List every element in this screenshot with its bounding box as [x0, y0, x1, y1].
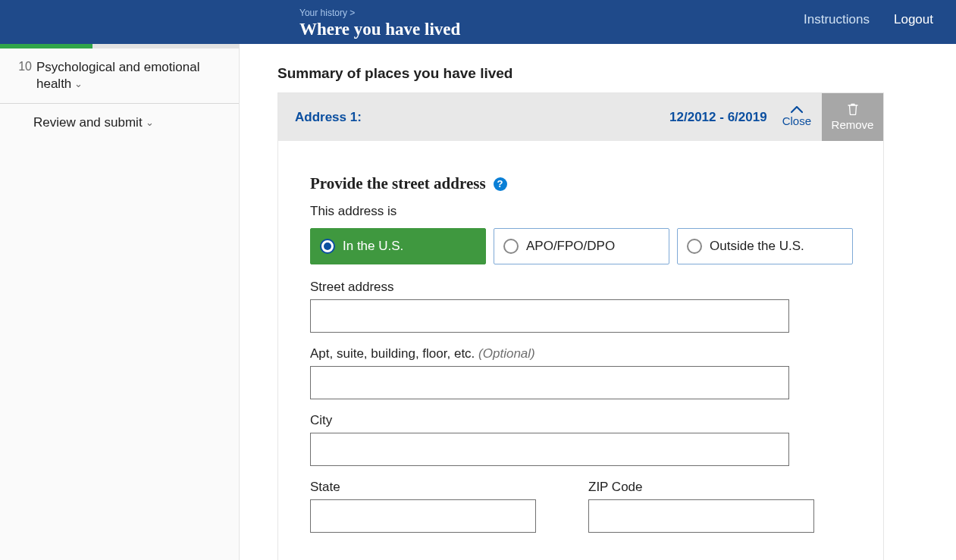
optional-tag: (Optional) — [478, 346, 535, 361]
logout-link[interactable]: Logout — [894, 12, 933, 27]
section-heading: Provide the street address ? — [310, 174, 853, 193]
address-type-radio-group: In the U.S. APO/FPO/DPO Outside the U.S. — [310, 228, 853, 264]
street-address-input[interactable] — [310, 299, 789, 333]
help-icon[interactable]: ? — [494, 177, 507, 191]
instructions-link[interactable]: Instructions — [804, 12, 870, 27]
city-label: City — [310, 413, 853, 428]
top-header: Your history > Where you have lived Inst… — [0, 0, 956, 44]
sidebar-item-label: Psychological and emotional health⌄ — [36, 59, 230, 92]
main-content: Summary of places you have lived Address… — [240, 44, 956, 560]
state-label: State — [310, 480, 575, 495]
apt-label: Apt, suite, building, floor, etc. (Optio… — [310, 346, 853, 361]
address-card: Address 1: 12/2012 - 6/2019 Close Remove… — [277, 92, 884, 560]
zip-input[interactable] — [588, 499, 814, 533]
trash-icon — [848, 103, 858, 115]
address-date-range: 12/2012 - 6/2019 — [669, 110, 767, 125]
summary-heading: Summary of places you have lived — [277, 65, 956, 82]
apt-input[interactable] — [310, 366, 789, 399]
address-label: Address 1: — [278, 110, 669, 125]
radio-in-us[interactable]: In the U.S. — [310, 228, 486, 264]
radio-icon — [687, 239, 702, 254]
chevron-down-icon: ⌄ — [74, 78, 83, 91]
radio-icon — [503, 239, 519, 254]
street-address-label: Street address — [310, 280, 853, 295]
sidebar-item-review-submit[interactable]: Review and submit⌄ — [0, 104, 239, 142]
zip-label: ZIP Code — [588, 480, 853, 495]
sidebar-item-psych-health[interactable]: 10 Psychological and emotional health⌄ — [0, 48, 239, 104]
state-input[interactable] — [310, 499, 536, 533]
radio-outside-us[interactable]: Outside the U.S. — [677, 228, 853, 264]
city-input[interactable] — [310, 433, 789, 466]
sidebar: 10 Psychological and emotional health⌄ R… — [0, 44, 240, 560]
sidebar-item-label: Review and submit⌄ — [33, 114, 230, 131]
radio-icon — [320, 239, 335, 254]
remove-button[interactable]: Remove — [822, 93, 883, 141]
chevron-down-icon: ⌄ — [146, 117, 154, 130]
radio-apo-fpo-dpo[interactable]: APO/FPO/DPO — [494, 228, 669, 264]
chevron-up-icon — [791, 106, 803, 114]
address-card-header: Address 1: 12/2012 - 6/2019 Close Remove — [278, 93, 883, 141]
sidebar-item-number: 10 — [15, 59, 32, 75]
address-card-body: Provide the street address ? This addres… — [278, 141, 883, 560]
close-button[interactable]: Close — [778, 106, 816, 128]
address-type-label: This address is — [310, 204, 853, 219]
